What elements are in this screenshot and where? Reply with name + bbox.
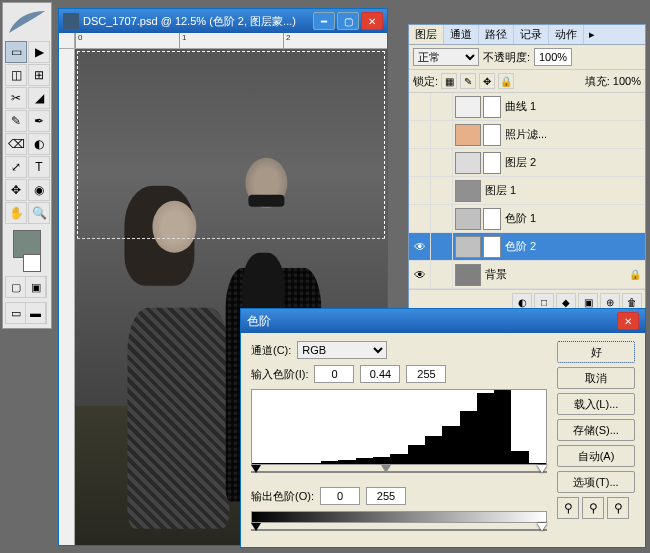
tab-channels[interactable]: 通道 [444,25,479,44]
lock-transparency-icon[interactable]: ▦ [441,73,457,89]
background-swatch[interactable] [23,254,41,272]
link-cell[interactable] [431,149,453,176]
levels-titlebar[interactable]: 色阶 ✕ [241,309,645,333]
color-swatches[interactable] [5,230,49,272]
tool-10[interactable]: ⤢ [5,156,27,178]
input-slider[interactable] [251,465,547,479]
visibility-toggle[interactable] [409,177,431,204]
layer-thumbnail[interactable] [455,180,481,202]
layer-thumbnail[interactable] [455,96,481,118]
lock-paint-icon[interactable]: ✎ [460,73,476,89]
layer-mask-thumbnail[interactable] [483,236,501,258]
visibility-toggle[interactable] [409,205,431,232]
standard-mode-icon[interactable]: ▢ [6,277,26,297]
layer-thumbnail[interactable] [455,208,481,230]
close-button[interactable]: ✕ [361,12,383,30]
visibility-toggle[interactable] [409,149,431,176]
layer-row[interactable]: 照片滤... [409,121,645,149]
tool-9[interactable]: ◐ [28,133,50,155]
layer-mask-thumbnail[interactable] [483,96,501,118]
quickmask-toggle[interactable]: ▢ ▣ [5,276,47,298]
screen-mode-normal-icon[interactable]: ▭ [6,303,26,323]
close-button[interactable]: ✕ [617,312,639,330]
tool-7[interactable]: ✒ [28,110,50,132]
layer-thumbnail[interactable] [455,124,481,146]
output-white-field[interactable] [366,487,406,505]
link-cell[interactable] [431,261,453,288]
tool-11[interactable]: T [28,156,50,178]
link-cell[interactable] [431,233,453,260]
layer-mask-thumbnail[interactable] [483,208,501,230]
histogram-bars [252,390,546,464]
tab-history[interactable]: 记录 [514,25,549,44]
layer-row[interactable]: 👁色阶 2 [409,233,645,261]
tool-5[interactable]: ◢ [28,87,50,109]
save-button[interactable]: 存储(S)... [557,419,635,441]
link-cell[interactable] [431,93,453,120]
output-slider[interactable] [251,523,547,537]
output-white-handle[interactable] [537,523,547,531]
tab-paths[interactable]: 路径 [479,25,514,44]
channel-select[interactable]: RGB [297,341,387,359]
layer-row[interactable]: 色阶 1 [409,205,645,233]
visibility-toggle[interactable]: 👁 [409,233,431,260]
visibility-toggle[interactable]: 👁 [409,261,431,288]
black-eyedropper-icon[interactable]: ⚲ [557,497,579,519]
minimize-button[interactable]: ━ [313,12,335,30]
auto-button[interactable]: 自动(A) [557,445,635,467]
tool-13[interactable]: ◉ [28,179,50,201]
load-button[interactable]: 载入(L)... [557,393,635,415]
ok-button[interactable]: 好 [557,341,635,363]
output-black-handle[interactable] [251,523,261,531]
layer-mask-thumbnail[interactable] [483,152,501,174]
link-cell[interactable] [431,177,453,204]
white-point-handle[interactable] [537,465,547,473]
input-black-field[interactable] [314,365,354,383]
quickmask-mode-icon[interactable]: ▣ [26,277,46,297]
options-button[interactable]: 选项(T)... [557,471,635,493]
white-eyedropper-icon[interactable]: ⚲ [607,497,629,519]
tab-layers[interactable]: 图层 [409,25,444,44]
layer-row[interactable]: 图层 1 [409,177,645,205]
screen-mode-toggle[interactable]: ▭ ▬ [5,302,47,324]
opacity-value[interactable]: 100% [534,48,572,66]
blend-mode-select[interactable]: 正常 [413,48,479,66]
tool-12[interactable]: ✥ [5,179,27,201]
layer-thumbnail[interactable] [455,236,481,258]
output-black-field[interactable] [320,487,360,505]
input-white-field[interactable] [406,365,446,383]
document-titlebar[interactable]: DSC_1707.psd @ 12.5% (色阶 2, 图层蒙...) ━ ▢ … [59,9,387,33]
lock-move-icon[interactable]: ✥ [479,73,495,89]
layer-thumbnail[interactable] [455,152,481,174]
maximize-button[interactable]: ▢ [337,12,359,30]
tool-8[interactable]: ⌫ [5,133,27,155]
tool-0[interactable]: ▭ [5,41,27,63]
visibility-toggle[interactable] [409,121,431,148]
tool-2[interactable]: ◫ [5,64,27,86]
tool-6[interactable]: ✎ [5,110,27,132]
gray-eyedropper-icon[interactable]: ⚲ [582,497,604,519]
visibility-toggle[interactable] [409,93,431,120]
tool-4[interactable]: ✂ [5,87,27,109]
layer-row[interactable]: 👁背景🔒 [409,261,645,289]
tool-14[interactable]: ✋ [5,202,27,224]
gamma-handle[interactable] [381,465,391,473]
tool-1[interactable]: ▶ [28,41,50,63]
link-cell[interactable] [431,205,453,232]
tool-15[interactable]: 🔍 [28,202,50,224]
screen-mode-full-icon[interactable]: ▬ [26,303,46,323]
tool-3[interactable]: ⊞ [28,64,50,86]
cancel-button[interactable]: 取消 [557,367,635,389]
layer-mask-thumbnail[interactable] [483,124,501,146]
link-cell[interactable] [431,121,453,148]
panel-menu-icon[interactable]: ▸ [584,25,600,44]
layer-row[interactable]: 图层 2 [409,149,645,177]
output-gradient [251,511,547,523]
fill-value[interactable]: 100% [613,75,641,87]
lock-all-icon[interactable]: 🔒 [498,73,514,89]
input-gamma-field[interactable] [360,365,400,383]
layer-row[interactable]: 曲线 1 [409,93,645,121]
tab-actions[interactable]: 动作 [549,25,584,44]
black-point-handle[interactable] [251,465,261,473]
layer-thumbnail[interactable] [455,264,481,286]
